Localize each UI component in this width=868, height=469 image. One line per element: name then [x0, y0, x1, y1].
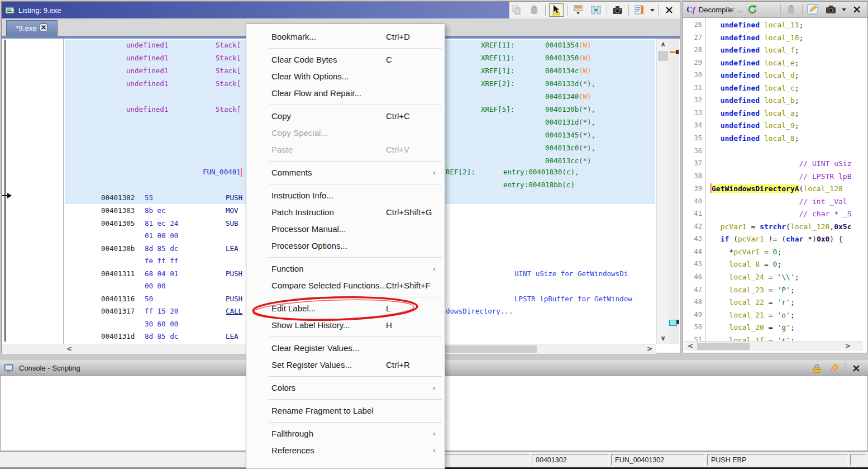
paste-icon[interactable]	[527, 3, 542, 17]
bookmark-marker[interactable]	[670, 51, 676, 53]
close-icon[interactable]	[849, 362, 864, 375]
menu-item-fallthrough[interactable]: Fallthrough›	[246, 425, 445, 442]
scroll-right-icon[interactable]: >	[843, 342, 852, 350]
decompile-token: ;	[795, 46, 799, 54]
close-icon[interactable]	[850, 3, 864, 16]
decompile-token: =	[764, 298, 777, 306]
decompile-token: local_10	[764, 34, 799, 42]
menu-item-shortcut: Ctrl+D	[386, 29, 410, 45]
menu-item-processor-manual[interactable]: Processor Manual...	[246, 221, 445, 238]
line-number: 36	[686, 146, 702, 156]
decompile-token: ;	[790, 286, 795, 294]
listing-token: (*),	[579, 105, 595, 114]
decompile-token: local_23	[729, 286, 764, 294]
listing-title: Listing: 9.exe	[18, 6, 61, 15]
lock-icon[interactable]	[809, 362, 824, 375]
menu-item-shortcut: Ctrl+R	[386, 357, 410, 373]
listing-token: 0040130b	[101, 244, 135, 253]
listing-token: PUSH	[226, 269, 242, 278]
menu-item-patch-instruction[interactable]: Patch InstructionCtrl+Shift+G	[246, 204, 445, 221]
cursor-location-marker[interactable]	[669, 320, 677, 326]
decompile-token	[712, 172, 799, 181]
dropdown-caret-icon[interactable]	[650, 9, 655, 12]
toolbar-separator	[628, 4, 629, 16]
decompile-horizontal-scrollbar[interactable]: < >	[684, 341, 863, 351]
menu-item-copy[interactable]: CopyCtrl+C	[246, 108, 445, 125]
menu-item-clear-register-values[interactable]: Clear Register Values...	[246, 340, 445, 357]
close-icon[interactable]	[662, 3, 676, 17]
listing-token: 00401317	[101, 307, 135, 316]
decompile-code-text: local_1f = 'r';	[712, 335, 795, 341]
menu-item-label: Compare Selected Functions...	[271, 281, 387, 290]
expand-block-icon[interactable]	[571, 3, 585, 17]
menu-item-compare-selected-functions[interactable]: Compare Selected Functions...Ctrl+Shift+…	[246, 277, 445, 294]
line-number: 41	[686, 209, 702, 219]
listing-token: 00401340	[545, 92, 579, 101]
refresh-icon[interactable]	[745, 3, 760, 16]
menu-item-set-register-values[interactable]: Set Register Values...Ctrl+R	[246, 357, 445, 373]
listing-token: Stack[	[216, 41, 241, 50]
scroll-up-icon[interactable]: ∧	[657, 40, 669, 49]
decompile-token	[760, 134, 764, 143]
decompile-token	[712, 273, 729, 281]
scroll-down-icon[interactable]: ∨	[657, 334, 669, 343]
decompile-token: local_c	[764, 84, 795, 92]
decompile-token: local_9	[764, 121, 795, 130]
menu-item-processor-options[interactable]: Processor Options...	[246, 238, 445, 254]
marker-nub	[676, 50, 679, 54]
listing-token: 0040130b	[545, 105, 579, 114]
line-number: 44	[686, 247, 702, 257]
diff-view-icon[interactable]	[589, 3, 603, 17]
decompile-token	[712, 46, 721, 54]
decompile-token: ) {	[829, 235, 842, 243]
menu-item-label: Paste	[271, 145, 293, 154]
menu-item-label: Show Label History...	[271, 320, 350, 330]
menu-item-clear-flow-and-repair[interactable]: Clear Flow and Repair...	[246, 85, 445, 102]
decompile-code-view[interactable]: 26 undefined local_11;27 undefined local…	[684, 18, 851, 341]
snapshot-camera-icon[interactable]	[611, 3, 625, 17]
status-field-instruction: PUSH EBP	[707, 454, 848, 466]
menu-item-clear-code-bytes[interactable]: Clear Code BytesC	[246, 51, 445, 68]
decompile-code-text: undefined local_f;	[712, 45, 799, 55]
menu-item-comments[interactable]: Comments›	[246, 164, 445, 181]
menu-item-clear-with-options[interactable]: Clear With Options...	[246, 68, 445, 85]
paste-icon[interactable]	[784, 3, 799, 16]
menu-item-bookmark[interactable]: Bookmark...Ctrl+D	[246, 29, 445, 45]
listing-view-icon[interactable]	[632, 3, 647, 17]
decompile-token: pcVar1	[721, 222, 747, 231]
scrollbar-thumb[interactable]	[697, 343, 750, 350]
decompile-token	[712, 71, 721, 79]
menu-item-shortcut: Ctrl+Shift+G	[386, 204, 432, 221]
scrollbar-thumb[interactable]	[658, 51, 668, 61]
snapshot-camera-icon[interactable]	[824, 3, 838, 16]
decompile-token: '\\'	[777, 273, 794, 281]
listing-token: entry:004018bb(c)	[503, 181, 575, 190]
dropdown-caret-icon[interactable]	[842, 8, 846, 11]
listing-token: CALL	[226, 307, 242, 316]
listing-token: LEA	[226, 332, 239, 341]
tab-close-icon[interactable]	[40, 23, 47, 33]
menu-item-edit-label[interactable]: Edit Label...L	[246, 300, 445, 317]
current-instruction-arrow-icon	[2, 192, 14, 202]
menu-item-rename-fragment-to-label[interactable]: Rename Fragment to Label	[246, 402, 445, 419]
decompile-token: 'r'	[777, 336, 790, 341]
listing-vertical-scrollbar[interactable]: ∧ ∨	[656, 39, 669, 344]
eraser-icon[interactable]	[827, 362, 842, 375]
copy-icon[interactable]	[509, 3, 524, 17]
menu-item-function[interactable]: Function›	[246, 260, 445, 277]
decompile-token: ;	[795, 84, 799, 92]
menu-item-show-label-history[interactable]: Show Label History...H	[246, 317, 445, 334]
tab-9exe[interactable]: *9.exe	[6, 20, 58, 36]
cursor-tool-button[interactable]	[549, 3, 564, 17]
menu-item-colors[interactable]: Colors›	[246, 380, 445, 396]
scroll-right-icon[interactable]: >	[645, 345, 654, 353]
listing-token: XREF[2]:	[481, 79, 514, 88]
listing-token: 81 ec 24	[145, 219, 178, 228]
edit-pencil-icon[interactable]	[806, 3, 821, 16]
menu-item-references[interactable]: References›	[246, 442, 445, 459]
menu-item-instruction-info[interactable]: Instruction Info...	[246, 187, 445, 204]
decompile-token: local_20	[729, 323, 764, 331]
scroll-left-icon[interactable]: <	[686, 342, 695, 350]
listing-token: 68 04 01	[145, 269, 178, 278]
scroll-left-icon[interactable]: <	[65, 345, 74, 353]
